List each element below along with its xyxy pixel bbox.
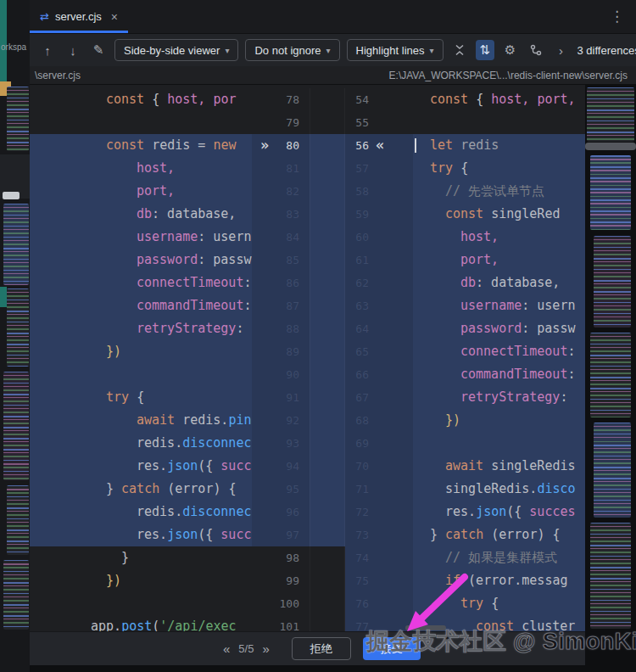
- line-number: 85: [286, 249, 299, 272]
- code-line-left: }): [30, 340, 252, 363]
- code-token: password: [460, 321, 522, 336]
- diff-viewer-window: ⇄ server.cjs × ⋮ ↑ ↓ ✎ Side-by-side view…: [30, 0, 636, 665]
- code-token: password: [137, 252, 198, 267]
- code-line-right: await singleRedis: [413, 455, 585, 478]
- code-thumbnail: [7, 87, 29, 151]
- code-token: }): [106, 573, 121, 588]
- code-token: host,: [137, 160, 175, 176]
- code-line-left: username: usern: [30, 226, 252, 249]
- line-number: 80: [286, 134, 299, 157]
- sync-scrolling-icon[interactable]: ⇅: [476, 40, 494, 60]
- previous-difference-icon[interactable]: ↑: [38, 40, 57, 60]
- code-line-left: commandTimeout:: [30, 294, 252, 317]
- line-number: 58: [345, 180, 369, 203]
- chevron-down-icon: ▾: [430, 46, 434, 55]
- gutter-right: 56«: [345, 134, 413, 157]
- reject-button[interactable]: 拒绝: [292, 637, 351, 660]
- line-number: 57: [345, 157, 369, 180]
- diff-splitter: [310, 546, 345, 569]
- code-token: }): [106, 344, 121, 359]
- code-token: port,: [137, 183, 175, 199]
- code-thumbnail: [3, 560, 29, 630]
- viewer-mode-dropdown[interactable]: Side-by-side viewer ▾: [114, 39, 238, 61]
- edit-pencil-icon[interactable]: ✎: [89, 40, 108, 60]
- code-token: const: [106, 137, 152, 153]
- code-line-left: [30, 111, 252, 134]
- compare-branches-icon[interactable]: [527, 40, 545, 60]
- code-token: const: [430, 92, 476, 107]
- gutter-right: 54: [345, 88, 413, 111]
- gutter-right: 64: [345, 317, 413, 340]
- kebab-menu-icon[interactable]: ⋮: [610, 8, 624, 25]
- code-line-left: connectTimeout:: [30, 272, 252, 294]
- code-token: singleRed: [491, 206, 560, 221]
- code-token: succes: [529, 504, 575, 519]
- code-token: :: [243, 298, 251, 313]
- tab-server-cjs[interactable]: ⇄ server.cjs ×: [30, 0, 128, 33]
- code-thumbnail: [3, 204, 29, 285]
- code-line-right: singleRedis.disco: [413, 478, 585, 501]
- code-token: username: [460, 298, 522, 313]
- apply-change-chevron-icon[interactable]: «: [376, 134, 384, 157]
- code-line-left: await redis.pin: [30, 409, 252, 432]
- previous-change-chevron-icon[interactable]: «: [223, 641, 230, 656]
- line-number: 78: [286, 88, 299, 111]
- diff-splitter: [310, 157, 345, 180]
- diff-splitter: [310, 432, 345, 455]
- code-token: : usern: [198, 229, 251, 244]
- code-token: connectTimeout: [137, 275, 243, 290]
- code-token: host, port,: [491, 92, 575, 107]
- code-token: ({: [198, 527, 220, 542]
- gutter-right: 59: [345, 203, 413, 226]
- code-row: })9975if (error.messag: [30, 569, 585, 592]
- code-token: res.: [445, 504, 476, 519]
- code-token: disconnec: [182, 435, 251, 451]
- diff-splitter: [310, 363, 345, 386]
- line-number: 81: [286, 157, 299, 180]
- code-token: {: [491, 596, 499, 611]
- code-row: const redis = new»8056«let redis: [30, 134, 585, 157]
- diff-splitter: [310, 569, 345, 592]
- next-change-chevron-icon[interactable]: »: [262, 641, 269, 656]
- code-line-left: const { host, por: [30, 88, 252, 111]
- code-token: (: [152, 619, 159, 631]
- gutter-right: 66: [345, 363, 413, 386]
- diff-splitter: [310, 317, 345, 340]
- tool-window-stripe: [0, 287, 7, 307]
- diff-splitter: [310, 455, 345, 478]
- line-number: 76: [345, 592, 369, 615]
- code-line-right: // 如果是集群模式: [413, 546, 585, 569]
- expand-chevron-icon[interactable]: ›: [552, 40, 571, 60]
- settings-gear-icon[interactable]: ⚙: [501, 40, 520, 60]
- line-number: 98: [286, 546, 299, 569]
- code-row: } catch (error) {9571singleRedis.disco: [30, 478, 585, 501]
- code-token: retryStrategy: [137, 321, 236, 336]
- highlight-mode-dropdown[interactable]: Highlight lines ▾: [347, 39, 444, 61]
- code-line-right: connectTimeout:: [413, 340, 585, 363]
- gutter-right: 60: [345, 226, 413, 249]
- gutter-left: 87: [252, 294, 310, 317]
- chevron-down-icon: ▾: [225, 46, 229, 55]
- line-number: 82: [286, 180, 299, 203]
- code-line-right: host,: [413, 226, 585, 249]
- code-token: pin: [228, 412, 251, 428]
- tab-close-icon[interactable]: ×: [111, 10, 118, 24]
- text-cursor: [415, 138, 416, 153]
- code-token: let: [430, 137, 460, 153]
- apply-change-chevron-icon[interactable]: »: [260, 134, 269, 157]
- code-row: password: passw8561port,: [30, 249, 585, 272]
- code-token: catch: [445, 527, 491, 542]
- next-difference-icon[interactable]: ↓: [64, 40, 82, 60]
- line-number: 94: [286, 455, 299, 478]
- line-number: 87: [286, 294, 299, 317]
- code-row: redis.disconnec9672res.json({ succes: [30, 501, 585, 524]
- line-number: 65: [345, 340, 369, 363]
- whitespace-ignore-dropdown[interactable]: Do not ignore ▾: [245, 39, 339, 61]
- collapse-unchanged-icon[interactable]: [450, 40, 469, 60]
- code-row: }9874// 如果是集群模式: [30, 546, 585, 569]
- code-line-right: // 先尝试单节点: [413, 180, 585, 203]
- code-line-left: host,: [30, 157, 252, 180]
- gutter-right: 73: [345, 524, 413, 546]
- code-row: const { host, por7854const { host, port,: [30, 88, 585, 111]
- code-token: catch: [121, 481, 167, 496]
